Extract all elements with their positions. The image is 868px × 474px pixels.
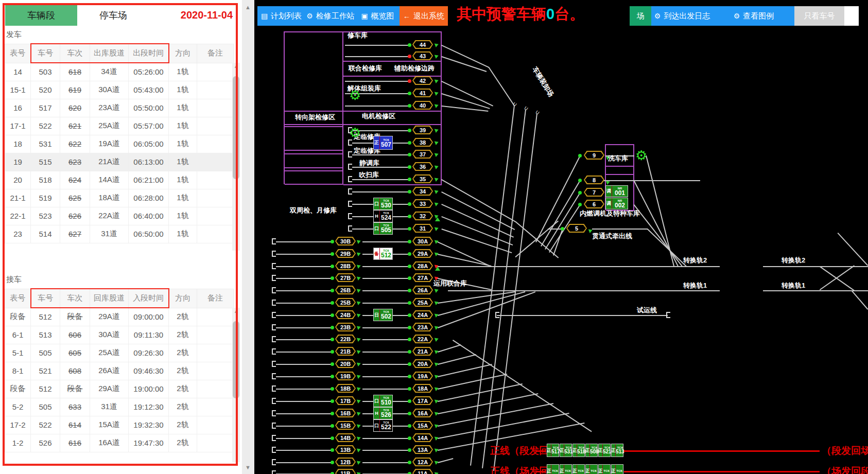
track-badge-28A[interactable]: 28A — [412, 261, 433, 270]
train-box-531[interactable]: 正TC6531 — [560, 444, 572, 457]
arrival-scrollbar[interactable]: ▲ — [232, 308, 240, 462]
track-badge-36[interactable]: 36 — [412, 162, 433, 171]
arrival-scrollbar-thumb[interactable] — [233, 321, 239, 398]
table-row[interactable]: 1450361834道05:26:001轨 — [5, 63, 234, 81]
toolbar-button-场[interactable]: 场 — [630, 6, 651, 26]
train-box-002[interactable]: 调NR002 — [605, 198, 628, 209]
train-box-507[interactable]: 正TC6507 — [373, 136, 393, 150]
track-badge-12A[interactable]: 12A — [412, 458, 433, 466]
table-row[interactable]: 段备512段备29A道19:00:002轨 — [5, 380, 234, 398]
departure-scrollbar-thumb[interactable] — [233, 76, 239, 179]
track-badge-30B[interactable]: 30B — [335, 237, 356, 245]
toolbar-button-检修工作站[interactable]: ⚙检修工作站 — [305, 6, 356, 26]
table-row[interactable]: 2351462731道06:50:001轨 — [5, 225, 234, 243]
train-box-505[interactable]: 口TC6505 — [373, 222, 393, 235]
track-badge-18B[interactable]: 18B — [335, 384, 356, 393]
table-row[interactable]: 17-152262125A道05:57:001轨 — [5, 117, 234, 135]
track-badge-33[interactable]: 33 — [412, 199, 433, 208]
track-badge-37[interactable]: 37 — [412, 150, 433, 159]
track-badge-20A[interactable]: 20A — [412, 359, 433, 368]
track-badge-39[interactable]: 39 — [412, 126, 433, 134]
scroll-up-icon[interactable]: ▲ — [245, 4, 251, 10]
scroll-up-icon[interactable]: ▲ — [234, 64, 238, 69]
track-badge-18A[interactable]: 18A — [412, 384, 433, 393]
track-badge-42[interactable]: 42 — [412, 76, 433, 85]
track-badge-23B[interactable]: 23B — [335, 323, 356, 331]
track-badge-6[interactable]: 6 — [584, 200, 604, 208]
train-box-blank[interactable]: 正TC6 — [572, 464, 585, 474]
toolbar-button-查看图例[interactable]: ⚙查看图例 — [713, 6, 794, 26]
table-row[interactable]: 1951562321A道06:13:001轨 — [5, 153, 234, 171]
table-row[interactable]: 段备512段备29A道09:00:002轨 — [5, 308, 234, 326]
scroll-up-icon[interactable]: ▲ — [234, 309, 238, 314]
gear-icon[interactable]: ⚙ — [349, 126, 361, 139]
tab-parking-lot[interactable]: 停车场 — [77, 5, 149, 26]
track-badge-25B[interactable]: 25B — [335, 298, 356, 307]
track-badge-40[interactable]: 40 — [412, 101, 433, 110]
toolbar-button-计划列表[interactable]: ▤计划列表 — [257, 6, 305, 26]
train-box-518[interactable]: 正TC6518 — [572, 444, 585, 457]
departure-scrollbar[interactable]: ▲ — [232, 63, 240, 251]
track-badge-17B[interactable]: 17B — [335, 396, 356, 405]
track-badge-11A[interactable]: 11A — [412, 469, 433, 474]
table-row[interactable]: 1-252661616A道19:47:302轨 — [5, 434, 234, 452]
track-badge-29A[interactable]: 29A — [412, 249, 433, 258]
track-badge-24A[interactable]: 24A — [412, 310, 433, 319]
train-box-513[interactable]: 正TC6513 — [611, 444, 623, 457]
track-badge-5[interactable]: 5 — [566, 224, 587, 233]
track-badge-26A[interactable]: 26A — [412, 286, 433, 294]
track-badge-27B[interactable]: 27B — [335, 273, 356, 282]
track-badge-27A[interactable]: 27A — [412, 273, 433, 282]
table-row[interactable]: 1651762023A道05:50:001轨 — [5, 99, 234, 117]
track-badge-41[interactable]: 41 — [412, 89, 433, 97]
table-row[interactable]: 17-252261415A道19:32:302轨 — [5, 416, 234, 434]
track-badge-19A[interactable]: 19A — [412, 372, 433, 380]
track-badge-34[interactable]: 34 — [412, 187, 433, 196]
track-badge-22A[interactable]: 22A — [412, 335, 433, 343]
track-badge-23A[interactable]: 23A — [412, 323, 433, 331]
train-box-526[interactable]: HTC6526 — [373, 407, 393, 419]
track-badge-24B[interactable]: 24B — [335, 310, 356, 319]
track-badge-26B[interactable]: 26B — [335, 286, 356, 294]
train-box-517[interactable]: 正TC6517 — [547, 444, 559, 457]
track-badge-14B[interactable]: 14B — [335, 433, 356, 442]
track-badge-31[interactable]: 31 — [412, 224, 433, 233]
table-row[interactable]: 1853162219A道06:05:001轨 — [5, 135, 234, 153]
track-badge-32[interactable]: 32 — [412, 212, 433, 220]
track-badge-17A[interactable]: 17A — [412, 396, 433, 405]
train-box-510[interactable]: 口TC6510 — [373, 395, 393, 407]
train-box-502[interactable]: 日TC6502 — [373, 309, 393, 321]
toolbar-button-概览图[interactable]: ▣概览图 — [356, 6, 400, 26]
track-badge-25A[interactable]: 25A — [412, 298, 433, 307]
table-row[interactable]: 21-151962518A道06:28:001轨 — [5, 189, 234, 207]
table-row[interactable]: 22-152362622A道06:40:001轨 — [5, 207, 234, 225]
track-badge-9[interactable]: 9 — [584, 151, 604, 160]
track-badge-8[interactable]: 8 — [584, 175, 604, 184]
track-badge-38[interactable]: 38 — [412, 138, 433, 147]
table-row[interactable]: 2051862414A道06:21:001轨 — [5, 171, 234, 189]
gear-icon[interactable]: ⚙ — [635, 149, 647, 162]
track-badge-21A[interactable]: 21A — [412, 347, 433, 356]
toolbar-button-到达出发日志[interactable]: ⚙到达出发日志 — [651, 6, 713, 26]
track-badge-12B[interactable]: 12B — [335, 458, 356, 466]
track-badge-13A[interactable]: 13A — [412, 445, 433, 454]
train-box-512[interactable]: 备TC6512 — [373, 248, 393, 260]
track-badge-28B[interactable]: 28B — [335, 261, 356, 270]
tab-depot[interactable]: 车辆段 — [5, 5, 77, 26]
scroll-down-icon[interactable]: ▼ — [245, 464, 251, 470]
train-box-524[interactable]: HTC6524 — [373, 210, 393, 222]
train-box-blank[interactable]: 正TC6 — [611, 464, 623, 474]
toolbar-button-退出系统[interactable]: ←退出系统 — [400, 6, 448, 26]
track-badge-15A[interactable]: 15A — [412, 421, 433, 430]
train-box-508[interactable]: 正TC6508 — [585, 444, 598, 457]
train-box-blank[interactable]: 正TC6 — [560, 464, 572, 474]
table-row[interactable]: 5-150560525A道09:26:302轨 — [5, 344, 234, 362]
track-badge-16B[interactable]: 16B — [335, 409, 356, 417]
page-scrollbar[interactable]: ▲ ▼ — [242, 0, 254, 474]
track-badge-21B[interactable]: 21B — [335, 347, 356, 356]
car-number-only-checkbox[interactable] — [844, 6, 859, 26]
track-badge-16A[interactable]: 16A — [412, 409, 433, 417]
train-box-522[interactable]: 口TC6522 — [373, 419, 393, 432]
track-badge-7[interactable]: 7 — [584, 188, 604, 197]
table-row[interactable]: 5-250563331道19:12:302轨 — [5, 398, 234, 416]
